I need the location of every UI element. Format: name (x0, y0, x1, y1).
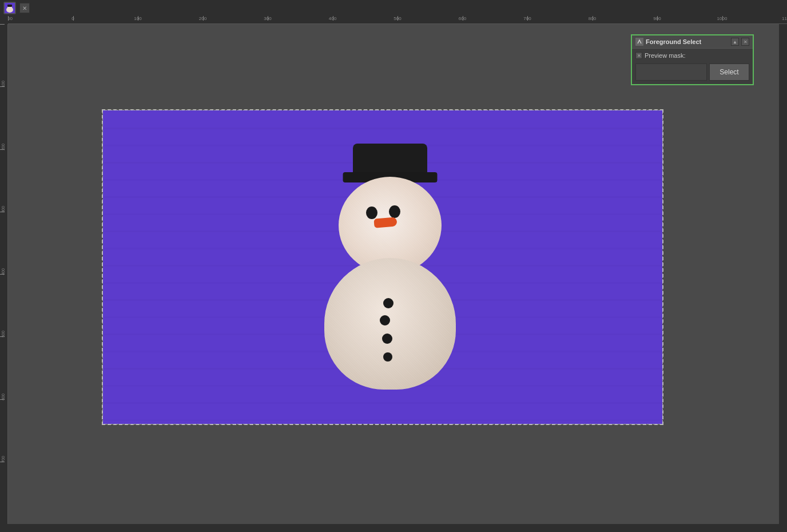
snowman-eye-right (389, 205, 400, 218)
title-bar: ✕ (0, 0, 787, 16)
preview-mask-label: Preview mask: (645, 52, 749, 59)
snowman-button-3 (382, 334, 392, 344)
ruler-top: -100010020030040050060070080090010001100 (8, 16, 787, 24)
snowman-eye-left (366, 207, 377, 219)
titlebar-close-btn[interactable]: ✕ (19, 3, 30, 13)
ruler-corner (0, 16, 8, 24)
canvas-area (8, 24, 779, 524)
dialog-up-btn[interactable]: ▲ (731, 38, 739, 46)
foreground-select-dialog: Foreground Select ▲ ✕ ✕ Preview mask: Se… (631, 34, 754, 85)
bottom-scrollbar[interactable] (0, 524, 787, 532)
snowman (316, 144, 464, 401)
dialog-icon (635, 38, 643, 46)
svg-rect-3 (7, 5, 12, 7)
snowman-body (324, 258, 456, 390)
color-preview-box (635, 63, 707, 81)
dialog-title: Foreground Select (646, 38, 729, 45)
preview-row: ✕ Preview mask: (635, 52, 749, 59)
snowman-background (103, 110, 662, 424)
app-thumbnail (3, 2, 16, 14)
snowman-button-2 (380, 315, 390, 325)
dialog-close-btn[interactable]: ✕ (741, 38, 749, 46)
select-button[interactable]: Select (709, 63, 749, 81)
dialog-titlebar: Foreground Select ▲ ✕ (632, 35, 753, 49)
snowman-button-1 (383, 298, 394, 308)
svg-rect-4 (635, 38, 643, 46)
snowman-button-4 (383, 352, 392, 362)
dialog-body: ✕ Preview mask: Select (632, 49, 753, 84)
right-scrollbar[interactable] (779, 24, 787, 524)
preview-close-btn[interactable]: ✕ (635, 52, 642, 59)
image-canvas (102, 110, 663, 424)
ruler-left: 100200300400500600700 (0, 24, 8, 524)
dialog-footer: Select (635, 63, 749, 81)
